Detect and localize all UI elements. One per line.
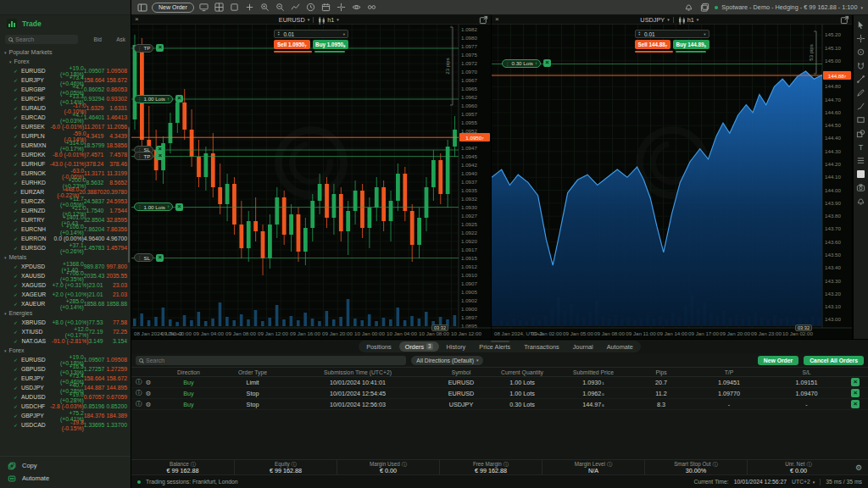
timezone-selector[interactable]: UTC+2▾: [792, 479, 815, 485]
popout-icon[interactable]: [840, 15, 849, 24]
info-icon[interactable]: ⓘ: [402, 461, 407, 468]
tab-journal[interactable]: Journal: [567, 341, 599, 352]
cancel-order-icon[interactable]: ×: [851, 378, 860, 386]
drag-grip-icon[interactable]: ⋮: [137, 153, 142, 158]
order-line-pill[interactable]: ⋮TP: [134, 152, 153, 160]
clock-icon[interactable]: [305, 2, 316, 13]
tab-history[interactable]: History: [441, 341, 472, 352]
drag-grip-icon[interactable]: ⋮: [137, 97, 142, 102]
timeframe-selector[interactable]: h1▾: [677, 16, 699, 24]
add-chart-icon[interactable]: [244, 2, 255, 13]
notifications-icon[interactable]: [683, 2, 694, 13]
orders-search-wrap[interactable]: [136, 356, 406, 365]
drag-grip-icon[interactable]: ⋮: [137, 255, 142, 260]
popout-icon[interactable]: [479, 15, 487, 24]
market-row[interactable]: ✓XAUEUR+285.0 (+0.14%)1858.681858.88: [0, 299, 131, 308]
info-icon[interactable]: ⓘ: [607, 461, 612, 468]
close-order-icon[interactable]: ×: [156, 44, 164, 52]
order-line-badge[interactable]: ⋮TP×: [134, 44, 164, 53]
sidebar-scrollbar[interactable]: [128, 127, 130, 263]
trendline-tool-icon[interactable]: [856, 74, 866, 84]
zoom-in-icon[interactable]: [259, 2, 270, 13]
order-line-pill[interactable]: ⋮0.30 Lots↑: [502, 59, 541, 68]
fib-tool-icon[interactable]: [856, 155, 866, 165]
camera-tool-icon[interactable]: [856, 182, 866, 192]
close-order-icon[interactable]: ×: [156, 254, 164, 262]
close-chart-icon[interactable]: ×: [495, 16, 499, 23]
area-chart[interactable]: 145.20145.10145.00144.90144.80144.70144.…: [492, 25, 852, 337]
gear-icon[interactable]: ⚙: [146, 379, 152, 386]
market-row[interactable]: ✓EURDKK-8.0 (-0.01%)7.45717.4578: [0, 150, 131, 159]
gear-icon[interactable]: ⚙: [146, 401, 152, 408]
order-line-badge[interactable]: ⋮0.30 Lots↑×: [502, 59, 551, 68]
direction-filter[interactable]: All Directions (Default)▾: [411, 356, 483, 365]
sidebar-toggle-icon[interactable]: [136, 2, 147, 13]
order-line-pill[interactable]: ⋮1.00 Lots↑: [134, 202, 173, 211]
tab-positions[interactable]: Positions: [360, 341, 398, 352]
order-row[interactable]: ⓘ⚙BuyLimit10/01/2024 10:41:01EURUSD1.00 …: [131, 377, 868, 388]
single-chart-icon[interactable]: [229, 2, 240, 13]
order-row[interactable]: ⓘ⚙BuyStop10/01/2024 12:56:03USDJPY0.30 L…: [131, 399, 868, 410]
order-line-pill[interactable]: ⋮TP: [134, 44, 153, 53]
market-row[interactable]: ✓EURCAD+4.7 (+0.03%)1.464011.46413: [0, 113, 131, 122]
text-tool-icon[interactable]: T: [856, 141, 866, 152]
order-line-badge[interactable]: ⋮TP×: [134, 152, 164, 160]
pencil-tool-icon[interactable]: [856, 87, 866, 97]
panel-drag-handle[interactable]: [491, 341, 509, 342]
summary-gear-icon[interactable]: ⚙: [849, 463, 868, 472]
market-row[interactable]: ✓USDCAD-19.8 (-0.15%)1.336951.33700: [0, 420, 131, 430]
cursor-tool-icon[interactable]: [856, 19, 866, 30]
candlestick-chart[interactable]: 1.09821.09801.09771.09751.09721.09701.09…: [131, 25, 491, 337]
tab-automate[interactable]: Automate: [601, 341, 639, 352]
chart-body-usdjpy[interactable]: ▲▼ 0.01 ▾ Sell 144.887 Buy 144.895 145.2…: [492, 25, 852, 339]
symbol-selector[interactable]: USDJPY▾: [640, 16, 669, 24]
market-row[interactable]: ✓XAGUSD+7.0 (+0.31%)23.0123.03: [0, 280, 131, 290]
sidebar-item-copy[interactable]: Copy: [0, 459, 131, 472]
link-charts-icon[interactable]: [366, 2, 377, 13]
new-order-button[interactable]: New Order: [152, 3, 194, 13]
tab-orders[interactable]: Orders3: [399, 341, 439, 352]
search-input-wrap[interactable]: [5, 35, 78, 44]
color-swatch[interactable]: [857, 170, 865, 178]
order-line-badge[interactable]: ⋮1.00 Lots↑×: [134, 202, 183, 211]
buy-button[interactable]: Buy 1.09508: [313, 40, 349, 49]
chart-shots-icon[interactable]: [290, 2, 301, 13]
crosshair-icon[interactable]: [336, 2, 347, 13]
info-icon[interactable]: ⓘ: [136, 378, 142, 386]
close-chart-icon[interactable]: ×: [135, 16, 139, 23]
close-order-icon[interactable]: ×: [543, 59, 551, 67]
info-icon[interactable]: ⓘ: [806, 461, 811, 468]
market-row[interactable]: ✓EURSGD+37.1 (+0.26%)1.457831.45794: [0, 243, 131, 252]
new-order-button[interactable]: New Order: [758, 356, 798, 365]
order-line-pill[interactable]: ⋮1.00 Lots↑: [134, 95, 173, 103]
info-icon[interactable]: ⓘ: [136, 400, 142, 408]
rectangle-tool-icon[interactable]: [856, 114, 866, 125]
info-icon[interactable]: ⓘ: [136, 389, 142, 397]
order-line-badge[interactable]: ⋮SL×: [134, 253, 164, 262]
close-order-icon[interactable]: ×: [175, 95, 183, 103]
quantity-input[interactable]: ▲▼ 0.01 ▾: [274, 30, 348, 38]
market-row[interactable]: ✓NAT.GAS-91.0 (-2.81%)3.1493.154: [0, 336, 131, 346]
gear-icon[interactable]: ⚙: [146, 390, 152, 397]
market-row[interactable]: ✓EURCNH+106.0 (+0.14%)7.862047.86356: [0, 225, 131, 234]
tab-transactions[interactable]: Transactions: [518, 341, 565, 352]
order-line-pill[interactable]: ⋮SL: [134, 253, 153, 262]
color-swatch[interactable]: [856, 169, 866, 179]
drag-grip-icon[interactable]: ⋮: [137, 46, 142, 51]
sell-button[interactable]: Sell 1.09507: [274, 40, 310, 49]
alert-tool-icon[interactable]: [856, 196, 866, 206]
chart-body-eurusd[interactable]: ▲▼ 0.01 ▾ Sell 1.09507 Buy 1.09508 1.098…: [131, 25, 491, 339]
close-order-icon[interactable]: ×: [156, 152, 164, 160]
orders-search-input[interactable]: [146, 358, 403, 363]
info-icon[interactable]: ⓘ: [713, 461, 718, 468]
sell-button[interactable]: Sell 144.887: [635, 40, 671, 49]
dot-target-icon[interactable]: [856, 47, 866, 57]
quantity-input[interactable]: ▲▼ 0.01 ▾: [635, 30, 709, 38]
order-line-badge[interactable]: ⋮1.00 Lots↑×: [134, 95, 183, 103]
account-selector[interactable]: Spotware - Demo - Hedging - € 99 162.88 …: [715, 3, 863, 11]
zoom-out-icon[interactable]: [275, 2, 286, 13]
drag-grip-icon[interactable]: ⋮: [505, 61, 510, 66]
sidebar-item-automate[interactable]: Automate: [0, 472, 131, 485]
cancel-all-orders-button[interactable]: Cancel All Orders: [804, 356, 864, 365]
buy-button[interactable]: Buy 144.895: [673, 40, 709, 49]
